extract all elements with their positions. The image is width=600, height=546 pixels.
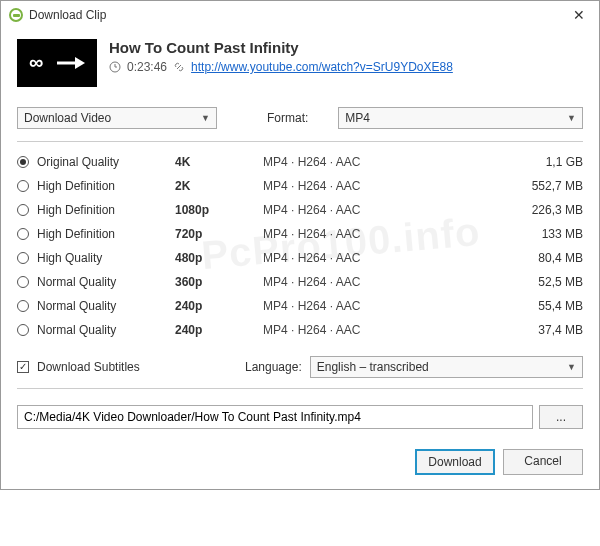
- subtitles-checkbox[interactable]: ✓: [17, 361, 29, 373]
- download-button[interactable]: Download: [415, 449, 495, 475]
- quality-radio[interactable]: [17, 300, 29, 312]
- quality-radio[interactable]: [17, 276, 29, 288]
- download-mode-value: Download Video: [24, 111, 111, 125]
- quality-name: Normal Quality: [37, 299, 167, 313]
- quality-row[interactable]: High Definition720pMP4 · H264 · AAC133 M…: [17, 222, 583, 246]
- quality-codec: MP4 · H264 · AAC: [263, 179, 495, 193]
- chevron-down-icon: ▼: [201, 113, 210, 123]
- link-icon: [173, 61, 185, 73]
- quality-size: 52,5 MB: [503, 275, 583, 289]
- quality-size: 80,4 MB: [503, 251, 583, 265]
- download-mode-select[interactable]: Download Video ▼: [17, 107, 217, 129]
- quality-radio[interactable]: [17, 180, 29, 192]
- quality-name: Original Quality: [37, 155, 167, 169]
- quality-radio[interactable]: [17, 156, 29, 168]
- quality-resolution: 2K: [175, 179, 255, 193]
- svg-marker-2: [75, 57, 85, 69]
- video-url-link[interactable]: http://www.youtube.com/watch?v=SrU9YDoXE…: [191, 60, 453, 74]
- quality-row[interactable]: High Quality480pMP4 · H264 · AAC80,4 MB: [17, 246, 583, 270]
- language-value: English – transcribed: [317, 360, 429, 374]
- quality-resolution: 4K: [175, 155, 255, 169]
- quality-resolution: 240p: [175, 299, 255, 313]
- quality-size: 1,1 GB: [503, 155, 583, 169]
- quality-row[interactable]: Normal Quality360pMP4 · H264 · AAC52,5 M…: [17, 270, 583, 294]
- quality-resolution: 1080p: [175, 203, 255, 217]
- cancel-button[interactable]: Cancel: [503, 449, 583, 475]
- quality-codec: MP4 · H264 · AAC: [263, 227, 495, 241]
- video-thumbnail: ∞: [17, 39, 97, 87]
- quality-row[interactable]: Normal Quality240pMP4 · H264 · AAC37,4 M…: [17, 318, 583, 342]
- quality-name: High Definition: [37, 203, 167, 217]
- quality-radio[interactable]: [17, 204, 29, 216]
- video-duration: 0:23:46: [127, 60, 167, 74]
- quality-size: 552,7 MB: [503, 179, 583, 193]
- quality-codec: MP4 · H264 · AAC: [263, 155, 495, 169]
- clock-icon: [109, 61, 121, 73]
- close-icon[interactable]: ✕: [567, 7, 591, 23]
- quality-codec: MP4 · H264 · AAC: [263, 323, 495, 337]
- window-title: Download Clip: [29, 8, 567, 22]
- quality-codec: MP4 · H264 · AAC: [263, 251, 495, 265]
- quality-size: 133 MB: [503, 227, 583, 241]
- quality-size: 226,3 MB: [503, 203, 583, 217]
- quality-name: High Quality: [37, 251, 167, 265]
- quality-size: 37,4 MB: [503, 323, 583, 337]
- quality-codec: MP4 · H264 · AAC: [263, 275, 495, 289]
- video-title: How To Count Past Infinity: [109, 39, 583, 56]
- quality-codec: MP4 · H264 · AAC: [263, 203, 495, 217]
- quality-resolution: 360p: [175, 275, 255, 289]
- language-label: Language:: [245, 360, 302, 374]
- quality-row[interactable]: High Definition1080pMP4 · H264 · AAC226,…: [17, 198, 583, 222]
- quality-radio[interactable]: [17, 324, 29, 336]
- browse-button[interactable]: ...: [539, 405, 583, 429]
- chevron-down-icon: ▼: [567, 362, 576, 372]
- format-select[interactable]: MP4 ▼: [338, 107, 583, 129]
- quality-row[interactable]: Original Quality4KMP4 · H264 · AAC1,1 GB: [17, 150, 583, 174]
- svg-text:∞: ∞: [29, 51, 43, 73]
- save-path-input[interactable]: [17, 405, 533, 429]
- quality-name: Normal Quality: [37, 323, 167, 337]
- format-label: Format:: [267, 111, 308, 125]
- format-value: MP4: [345, 111, 370, 125]
- quality-codec: MP4 · H264 · AAC: [263, 299, 495, 313]
- chevron-down-icon: ▼: [567, 113, 576, 123]
- quality-radio[interactable]: [17, 252, 29, 264]
- quality-row[interactable]: Normal Quality240pMP4 · H264 · AAC55,4 M…: [17, 294, 583, 318]
- quality-resolution: 480p: [175, 251, 255, 265]
- quality-resolution: 240p: [175, 323, 255, 337]
- subtitles-label: Download Subtitles: [37, 360, 217, 374]
- app-icon: [9, 8, 23, 22]
- language-select[interactable]: English – transcribed ▼: [310, 356, 583, 378]
- quality-size: 55,4 MB: [503, 299, 583, 313]
- quality-name: High Definition: [37, 179, 167, 193]
- quality-radio[interactable]: [17, 228, 29, 240]
- quality-name: Normal Quality: [37, 275, 167, 289]
- quality-resolution: 720p: [175, 227, 255, 241]
- quality-row[interactable]: High Definition2KMP4 · H264 · AAC552,7 M…: [17, 174, 583, 198]
- quality-name: High Definition: [37, 227, 167, 241]
